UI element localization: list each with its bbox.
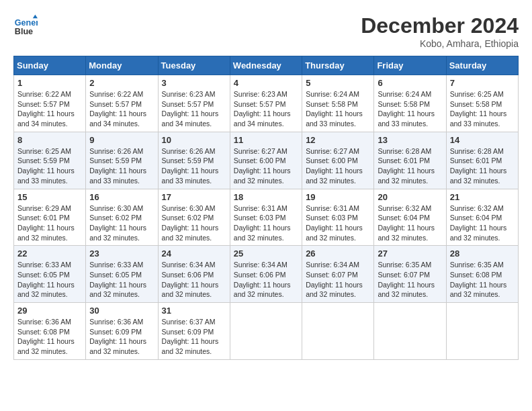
calendar-cell: 21 Sunrise: 6:32 AMSunset: 6:04 PMDaylig… [446, 189, 518, 246]
week-row-2: 8 Sunrise: 6:25 AMSunset: 5:59 PMDayligh… [14, 132, 519, 189]
header-sunday: Sunday [14, 56, 86, 75]
calendar-cell: 11 Sunrise: 6:27 AMSunset: 6:00 PMDaylig… [230, 132, 302, 189]
week-row-1: 1 Sunrise: 6:22 AMSunset: 5:57 PMDayligh… [14, 75, 519, 132]
calendar-cell [374, 303, 446, 360]
calendar-cell: 23 Sunrise: 6:33 AMSunset: 6:05 PMDaylig… [86, 246, 158, 303]
day-number: 6 [378, 78, 442, 88]
logo: General Blue [13, 13, 38, 38]
header-thursday: Thursday [302, 56, 374, 75]
day-number: 31 [162, 306, 226, 316]
calendar-cell: 30 Sunrise: 6:36 AMSunset: 6:09 PMDaylig… [86, 303, 158, 360]
calendar-cell: 20 Sunrise: 6:32 AMSunset: 6:04 PMDaylig… [374, 189, 446, 246]
day-info: Sunrise: 6:34 AMSunset: 6:06 PMDaylight:… [162, 261, 219, 298]
day-number: 12 [306, 135, 370, 145]
day-info: Sunrise: 6:37 AMSunset: 6:09 PMDaylight:… [162, 318, 219, 355]
calendar-cell: 19 Sunrise: 6:31 AMSunset: 6:03 PMDaylig… [302, 189, 374, 246]
day-info: Sunrise: 6:32 AMSunset: 6:04 PMDaylight:… [450, 204, 507, 242]
day-info: Sunrise: 6:35 AMSunset: 6:08 PMDaylight:… [450, 261, 507, 298]
calendar-cell: 9 Sunrise: 6:26 AMSunset: 5:59 PMDayligh… [86, 132, 158, 189]
day-info: Sunrise: 6:30 AMSunset: 6:02 PMDaylight:… [89, 204, 146, 242]
calendar-cell: 4 Sunrise: 6:23 AMSunset: 5:57 PMDayligh… [230, 75, 302, 132]
day-number: 2 [89, 78, 154, 88]
calendar-cell: 17 Sunrise: 6:30 AMSunset: 6:02 PMDaylig… [158, 189, 230, 246]
day-number: 21 [450, 192, 515, 202]
calendar-cell: 1 Sunrise: 6:22 AMSunset: 5:57 PMDayligh… [14, 75, 86, 132]
day-number: 23 [89, 248, 154, 259]
calendar-cell: 8 Sunrise: 6:25 AMSunset: 5:59 PMDayligh… [14, 132, 86, 189]
day-info: Sunrise: 6:28 AMSunset: 6:01 PMDaylight:… [378, 147, 435, 185]
day-info: Sunrise: 6:34 AMSunset: 6:07 PMDaylight:… [306, 261, 363, 298]
day-info: Sunrise: 6:31 AMSunset: 6:03 PMDaylight:… [306, 204, 363, 242]
day-info: Sunrise: 6:24 AMSunset: 5:58 PMDaylight:… [306, 90, 363, 128]
day-number: 7 [450, 78, 515, 88]
day-info: Sunrise: 6:36 AMSunset: 6:08 PMDaylight:… [17, 318, 75, 355]
calendar-cell [302, 303, 374, 360]
day-info: Sunrise: 6:32 AMSunset: 6:04 PMDaylight:… [378, 204, 435, 242]
calendar-cell: 28 Sunrise: 6:35 AMSunset: 6:08 PMDaylig… [446, 246, 518, 303]
logo-icon: General Blue [13, 13, 38, 38]
calendar-cell: 26 Sunrise: 6:34 AMSunset: 6:07 PMDaylig… [302, 246, 374, 303]
day-number: 5 [306, 78, 370, 88]
calendar-cell: 29 Sunrise: 6:36 AMSunset: 6:08 PMDaylig… [14, 303, 86, 360]
calendar-cell: 25 Sunrise: 6:34 AMSunset: 6:06 PMDaylig… [230, 246, 302, 303]
calendar-cell [230, 303, 302, 360]
calendar-table: Sunday Monday Tuesday Wednesday Thursday… [13, 56, 519, 360]
day-info: Sunrise: 6:36 AMSunset: 6:09 PMDaylight:… [89, 318, 146, 355]
week-row-3: 15 Sunrise: 6:29 AMSunset: 6:01 PMDaylig… [14, 189, 519, 246]
day-info: Sunrise: 6:27 AMSunset: 6:00 PMDaylight:… [306, 147, 363, 185]
day-number: 25 [234, 248, 298, 259]
day-number: 27 [378, 248, 442, 259]
calendar-cell: 22 Sunrise: 6:33 AMSunset: 6:05 PMDaylig… [14, 246, 86, 303]
day-info: Sunrise: 6:29 AMSunset: 6:01 PMDaylight:… [17, 204, 75, 242]
calendar-cell: 13 Sunrise: 6:28 AMSunset: 6:01 PMDaylig… [374, 132, 446, 189]
day-info: Sunrise: 6:26 AMSunset: 5:59 PMDaylight:… [89, 147, 146, 185]
day-number: 30 [89, 306, 154, 316]
calendar-header-row: Sunday Monday Tuesday Wednesday Thursday… [14, 56, 519, 75]
header-saturday: Saturday [446, 56, 518, 75]
location-subtitle: Kobo, Amhara, Ethiopia [361, 38, 519, 49]
day-info: Sunrise: 6:22 AMSunset: 5:57 PMDaylight:… [17, 90, 75, 128]
header-tuesday: Tuesday [158, 56, 230, 75]
day-info: Sunrise: 6:26 AMSunset: 5:59 PMDaylight:… [162, 147, 219, 185]
day-info: Sunrise: 6:25 AMSunset: 5:59 PMDaylight:… [17, 147, 75, 185]
day-info: Sunrise: 6:24 AMSunset: 5:58 PMDaylight:… [378, 90, 435, 128]
header-monday: Monday [86, 56, 158, 75]
day-info: Sunrise: 6:23 AMSunset: 5:57 PMDaylight:… [162, 90, 219, 128]
calendar-cell: 10 Sunrise: 6:26 AMSunset: 5:59 PMDaylig… [158, 132, 230, 189]
day-number: 3 [162, 78, 226, 88]
day-number: 8 [17, 135, 82, 145]
month-title: December 2024 [361, 13, 519, 38]
day-info: Sunrise: 6:33 AMSunset: 6:05 PMDaylight:… [89, 261, 146, 298]
day-info: Sunrise: 6:34 AMSunset: 6:06 PMDaylight:… [234, 261, 291, 298]
day-number: 10 [162, 135, 226, 145]
calendar-cell: 15 Sunrise: 6:29 AMSunset: 6:01 PMDaylig… [14, 189, 86, 246]
calendar-cell: 31 Sunrise: 6:37 AMSunset: 6:09 PMDaylig… [158, 303, 230, 360]
day-info: Sunrise: 6:33 AMSunset: 6:05 PMDaylight:… [17, 261, 75, 298]
calendar-cell: 14 Sunrise: 6:28 AMSunset: 6:01 PMDaylig… [446, 132, 518, 189]
day-number: 24 [162, 248, 226, 259]
day-info: Sunrise: 6:28 AMSunset: 6:01 PMDaylight:… [450, 147, 507, 185]
calendar-cell: 24 Sunrise: 6:34 AMSunset: 6:06 PMDaylig… [158, 246, 230, 303]
day-number: 29 [17, 306, 82, 316]
calendar-cell: 27 Sunrise: 6:35 AMSunset: 6:07 PMDaylig… [374, 246, 446, 303]
calendar-cell: 7 Sunrise: 6:25 AMSunset: 5:58 PMDayligh… [446, 75, 518, 132]
day-number: 4 [234, 78, 298, 88]
day-number: 14 [450, 135, 515, 145]
svg-marker-2 [33, 15, 38, 18]
day-number: 9 [89, 135, 154, 145]
calendar-cell: 2 Sunrise: 6:22 AMSunset: 5:57 PMDayligh… [86, 75, 158, 132]
week-row-4: 22 Sunrise: 6:33 AMSunset: 6:05 PMDaylig… [14, 246, 519, 303]
day-number: 17 [162, 192, 226, 202]
calendar-cell: 16 Sunrise: 6:30 AMSunset: 6:02 PMDaylig… [86, 189, 158, 246]
calendar-cell: 18 Sunrise: 6:31 AMSunset: 6:03 PMDaylig… [230, 189, 302, 246]
day-info: Sunrise: 6:35 AMSunset: 6:07 PMDaylight:… [378, 261, 435, 298]
day-number: 26 [306, 248, 370, 259]
day-number: 19 [306, 192, 370, 202]
day-info: Sunrise: 6:22 AMSunset: 5:57 PMDaylight:… [89, 90, 146, 128]
title-block: December 2024 Kobo, Amhara, Ethiopia [361, 13, 519, 49]
day-number: 18 [234, 192, 298, 202]
day-number: 1 [17, 78, 82, 88]
day-number: 15 [17, 192, 82, 202]
day-number: 11 [234, 135, 298, 145]
calendar-cell: 3 Sunrise: 6:23 AMSunset: 5:57 PMDayligh… [158, 75, 230, 132]
